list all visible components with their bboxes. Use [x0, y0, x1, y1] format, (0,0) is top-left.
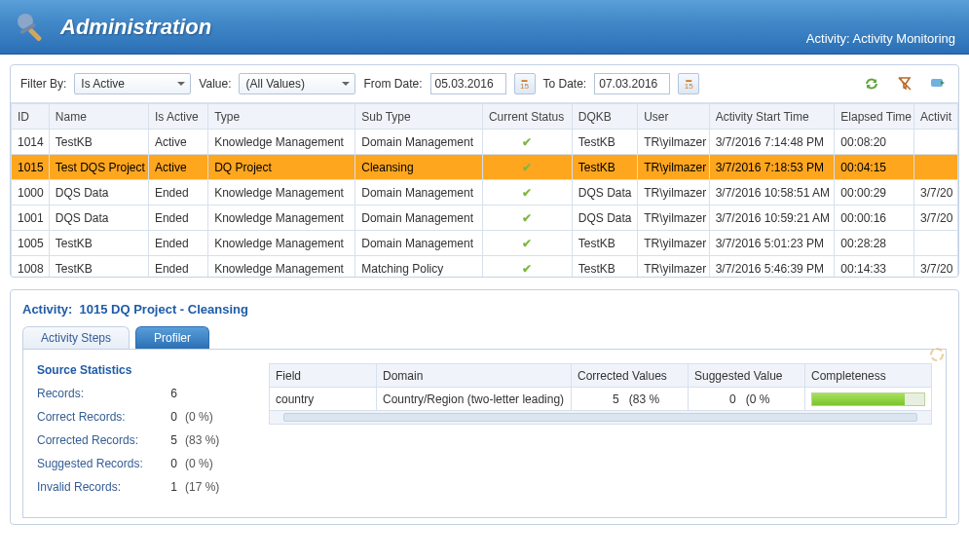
grid-header[interactable]: Sub Type [355, 104, 483, 130]
to-date-label: To Date: [543, 77, 587, 91]
check-icon: ✔ [522, 161, 532, 174]
tab-profiler[interactable]: Profiler [135, 326, 209, 349]
stats-heading: Source Statistics [37, 363, 249, 377]
to-date-input[interactable]: 07.03.2016 [594, 73, 670, 94]
profiler-header[interactable]: Domain [377, 364, 572, 388]
stats-row: Invalid Records:1(17 %) [37, 480, 249, 494]
admin-tools-icon [12, 8, 51, 47]
activity-detail-panel: Activity: 1015 DQ Project - Cleansing Ac… [10, 289, 959, 525]
app-header: Administration Activity: Activity Monito… [0, 0, 969, 55]
tab-activity-steps[interactable]: Activity Steps [22, 326, 130, 349]
grid-header[interactable]: Elapsed Time [835, 104, 914, 130]
grid-header[interactable]: User [638, 104, 710, 130]
check-icon: ✔ [522, 262, 532, 276]
filter-by-label: Filter By: [20, 77, 66, 91]
grid-header[interactable]: Current Status [482, 104, 572, 130]
profiler-header[interactable]: Corrected Values [572, 364, 689, 388]
grid-header[interactable]: Name [49, 104, 148, 130]
profiler-grid[interactable]: FieldDomainCorrected ValuesSuggested Val… [269, 363, 932, 411]
table-row[interactable]: 1000DQS DataEndedKnowledge ManagementDom… [12, 180, 958, 205]
svg-point-4 [931, 349, 943, 360]
grid-header[interactable]: ID [12, 104, 50, 130]
table-row[interactable]: 1014TestKBActiveKnowledge ManagementDoma… [12, 130, 958, 155]
from-date-calendar-button[interactable]: ▬15 [514, 73, 536, 94]
grid-header[interactable]: Activit [914, 104, 958, 130]
check-icon: ✔ [522, 135, 532, 149]
stats-row: Correct Records:0(0 %) [37, 410, 249, 424]
to-date-calendar-button[interactable]: ▬15 [678, 73, 699, 94]
table-row[interactable]: 1001DQS DataEndedKnowledge ManagementDom… [12, 205, 958, 231]
grid-header[interactable]: Type [208, 104, 355, 130]
source-statistics: Source Statistics Records:6Correct Recor… [37, 363, 249, 504]
export-icon[interactable] [927, 73, 949, 94]
profiler-header[interactable]: Completeness [805, 364, 932, 388]
profiler-tab-body: Source Statistics Records:6Correct Recor… [22, 349, 947, 518]
check-icon: ✔ [522, 211, 532, 225]
page-title: Administration [60, 15, 211, 40]
check-icon: ✔ [522, 237, 532, 250]
table-row[interactable]: 1005TestKBEndedKnowledge ManagementDomai… [12, 231, 958, 256]
grid-header[interactable]: DQKB [572, 104, 637, 130]
value-combo[interactable]: (All Values) [239, 73, 355, 94]
detail-loading-icon [929, 347, 945, 362]
activity-monitoring-panel: Filter By: Is Active Value: (All Values)… [10, 64, 959, 278]
table-row[interactable]: 1015Test DQS ProjectActiveDQ ProjectClea… [12, 155, 958, 180]
profiler-header[interactable]: Suggested Value [689, 364, 805, 388]
table-row[interactable]: countryCountry/Region (two-letter leadin… [270, 388, 932, 411]
profiler-header[interactable]: Field [270, 364, 377, 388]
stats-row: Suggested Records:0(0 %) [37, 457, 249, 470]
clear-filter-icon[interactable] [894, 73, 915, 94]
activity-subtitle: Activity: Activity Monitoring [806, 31, 955, 46]
completeness-bar [811, 392, 925, 406]
from-date-input[interactable]: 05.03.2016 [430, 73, 506, 94]
table-row[interactable]: 1008TestKBEndedKnowledge ManagementMatch… [12, 256, 958, 278]
grid-header[interactable]: Is Active [148, 104, 207, 130]
detail-title: Activity: 1015 DQ Project - Cleansing [22, 302, 947, 317]
profiler-grid-wrap: FieldDomainCorrected ValuesSuggested Val… [269, 363, 932, 504]
profiler-grid-hscroll[interactable] [269, 411, 932, 425]
grid-header[interactable]: Activity Start Time [709, 104, 835, 130]
check-icon: ✔ [522, 186, 532, 200]
refresh-icon[interactable] [861, 73, 882, 94]
stats-row: Corrected Records:5(83 %) [37, 433, 249, 447]
filter-by-combo[interactable]: Is Active [74, 73, 191, 94]
value-label: Value: [199, 77, 231, 91]
stats-row: Records:6 [37, 387, 249, 400]
from-date-label: From Date: [363, 77, 422, 91]
activity-grid[interactable]: IDNameIs ActiveTypeSub TypeCurrent Statu… [11, 103, 958, 277]
filter-bar: Filter By: Is Active Value: (All Values)… [11, 65, 958, 103]
